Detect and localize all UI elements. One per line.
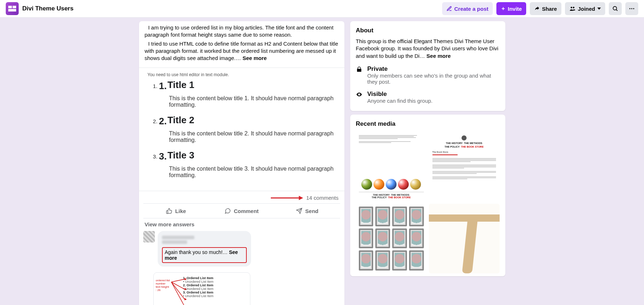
annotation-arrows-icon (170, 278, 187, 305)
top-bar: Divi Theme Users Create a post Invite Sh… (0, 0, 644, 18)
about-see-more[interactable]: See more (426, 53, 451, 59)
attachment-item: 3.Title 3 This is the content below titl… (159, 150, 336, 179)
joined-label: Joined (578, 6, 595, 12)
comment-button[interactable]: Comment (209, 204, 274, 218)
lock-icon (356, 66, 363, 74)
comments-count[interactable]: 14 comments (306, 195, 338, 201)
private-sub: Only members can see who's in the group … (367, 73, 500, 85)
svg-point-2 (613, 6, 617, 10)
post-body: I am trying to use ordered list in my bl… (139, 21, 344, 68)
svg-marker-11 (185, 288, 187, 290)
comments-count-bar: 14 comments (139, 191, 344, 203)
plus-icon (501, 6, 506, 11)
compose-icon (446, 6, 452, 11)
comment-icon (224, 208, 231, 214)
chevron-down-icon (597, 8, 601, 10)
media-thumb[interactable] (356, 204, 427, 273)
media-thumb[interactable]: THE HISTORY THE METHODS THE POLICY THE B… (429, 132, 500, 202)
attachment-item: 2.Title 2 This is the content below titl… (159, 115, 336, 143)
svg-point-5 (633, 8, 634, 9)
post-paragraph-1: I am trying to use ordered list in my bl… (145, 24, 339, 39)
visibility-row: Visible Anyone can find this group. (356, 91, 500, 104)
media-grid: THE HISTORY THE METHODS THE POLICY THE B… (356, 132, 500, 273)
main-column: I am trying to use ordered list in my bl… (139, 21, 344, 305)
svg-line-8 (171, 279, 185, 282)
svg-point-0 (570, 7, 572, 9)
about-card: About This group is the official Elegant… (350, 21, 505, 111)
attachment-list: 1.Title 1 This is the content below titl… (148, 79, 336, 179)
invite-label: Invite (508, 6, 522, 12)
create-post-button[interactable]: Create a post (442, 2, 493, 15)
post-card: I am trying to use ordered list in my bl… (139, 21, 344, 305)
media-thumb[interactable]: THE HISTORY THE METHODS THE POLICY THE B… (356, 132, 427, 202)
post-see-more[interactable]: See more (242, 55, 267, 61)
attachment-item: 1.Title 1 This is the content below titl… (159, 79, 336, 108)
share-icon (534, 6, 540, 11)
joined-button[interactable]: Joined (565, 2, 605, 15)
search-icon (612, 5, 618, 12)
reply-row: Again thank you so much!… See more (139, 230, 344, 270)
invite-button[interactable]: Invite (496, 2, 526, 15)
reply-bubble[interactable]: Again thank you so much!… See more (158, 231, 251, 267)
media-heading: Recent media (356, 120, 500, 128)
group-avatar[interactable] (6, 2, 19, 15)
attachment-hint: You need to use html editor in text modu… (148, 72, 336, 77)
svg-line-12 (171, 282, 185, 299)
post-actions: Like Comment Send (143, 203, 340, 218)
redacted-sub (162, 240, 187, 244)
group-title[interactable]: Divi Theme Users (22, 5, 74, 12)
svg-marker-7 (299, 196, 303, 200)
like-button[interactable]: Like (143, 204, 209, 218)
visible-label: Visible (367, 91, 433, 98)
visible-sub: Anyone can find this group. (367, 98, 433, 104)
search-button[interactable] (609, 2, 622, 15)
recent-media-card: Recent media THE HISTORY THE METHODS THE… (350, 115, 505, 276)
sidebar-column: About This group is the official Elegant… (350, 21, 505, 280)
share-label: Share (542, 6, 557, 12)
annotation-arrow (145, 194, 304, 201)
view-more-answers[interactable]: View more answers (139, 218, 344, 230)
private-label: Private (367, 65, 500, 73)
svg-point-3 (629, 8, 630, 9)
group-icon (569, 5, 576, 12)
create-post-label: Create a post (454, 6, 488, 12)
content-wrap: I am trying to use ordered list in my bl… (135, 18, 509, 305)
privacy-row: Private Only members can see who's in th… (356, 65, 500, 85)
send-button[interactable]: Send (274, 204, 340, 218)
redacted-name (162, 236, 194, 239)
svg-point-4 (631, 8, 633, 9)
reply-highlight: Again thank you so much!… See more (162, 247, 247, 263)
post-attachment[interactable]: You need to use html editor in text modu… (139, 68, 344, 191)
media-thumb[interactable] (429, 204, 500, 273)
like-icon (166, 208, 172, 214)
reply-attachment[interactable]: ordered list number text height : 26 1. … (153, 272, 250, 305)
svg-marker-13 (185, 298, 187, 300)
svg-point-1 (573, 7, 574, 9)
reply-avatar[interactable] (143, 231, 155, 242)
about-description: This group is the official Elegant Theme… (356, 38, 500, 60)
about-heading: About (356, 27, 500, 34)
send-icon (296, 208, 302, 214)
eye-icon (356, 91, 363, 99)
post-paragraph-2: I tried to use HTML code to define title… (145, 40, 339, 62)
dots-icon (629, 5, 635, 12)
share-button[interactable]: Share (530, 2, 561, 15)
reply-attach-lines: 1. Ordered List Item • Unordered List It… (183, 276, 246, 298)
svg-marker-9 (185, 278, 187, 280)
more-button[interactable] (625, 2, 638, 15)
